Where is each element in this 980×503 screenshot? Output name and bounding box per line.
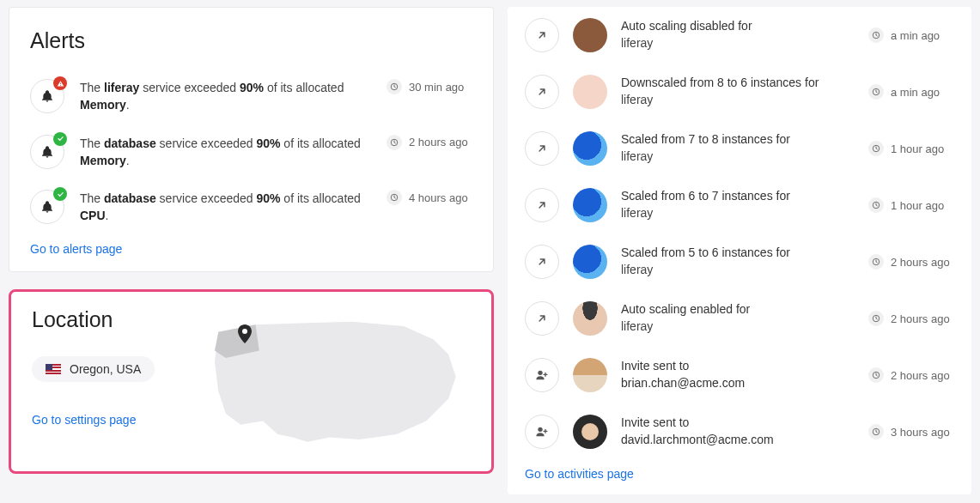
success-badge-icon [53, 132, 67, 146]
activity-row: Auto scaling disabled forliferaya min ag… [525, 7, 954, 64]
avatar [573, 18, 607, 52]
alert-time: 2 hours ago [387, 135, 472, 150]
activity-text: Auto scaling enabled forliferay [621, 301, 855, 335]
map-pin-icon [238, 324, 252, 343]
activity-row: Auto scaling enabled forliferay2 hours a… [525, 290, 954, 347]
alerts-link[interactable]: Go to alerts page [30, 242, 122, 256]
avatar [573, 188, 607, 222]
us-map [204, 307, 471, 456]
clock-icon [868, 254, 884, 270]
activity-time: 1 hour ago [868, 197, 954, 213]
alert-row: The database service exceeded 90% of its… [30, 179, 472, 235]
avatar [573, 301, 607, 336]
svg-rect-1 [60, 85, 61, 86]
bell-icon [30, 190, 64, 224]
alerts-card: Alerts The liferay service exceeded 90% … [9, 7, 494, 272]
alert-row: The database service exceeded 90% of its… [30, 124, 472, 180]
activity-row: Scaled from 5 to 6 instances forliferay2… [525, 233, 954, 290]
activity-text: Invite sent tobrian.chan@acme.com [621, 358, 855, 391]
activity-text: Scaled from 5 to 6 instances forliferay [621, 245, 855, 278]
svg-rect-0 [60, 82, 61, 84]
clock-icon [868, 311, 884, 326]
clock-icon [868, 367, 884, 383]
activity-row: Invite sent tobrian.chan@acme.com2 hours… [525, 347, 954, 403]
location-title: Location [32, 307, 186, 332]
alerts-title: Alerts [30, 28, 472, 53]
activity-time: 2 hours ago [868, 367, 954, 383]
arrow-ne-icon [525, 188, 559, 222]
alert-time: 30 min ago [387, 79, 472, 94]
bell-icon [30, 79, 64, 113]
alert-text: The liferay service exceeded 90% of its … [80, 79, 371, 114]
activity-row: Scaled from 6 to 7 instances forliferay1… [525, 177, 954, 233]
activities-panel: Auto scaling disabled forliferaya min ag… [508, 7, 971, 494]
svg-point-14 [538, 427, 542, 432]
clock-icon [868, 197, 884, 213]
activity-text: Invite sent todavid.larchmont@acme.com [621, 415, 855, 448]
alert-row: The liferay service exceeded 90% of its … [30, 69, 472, 124]
user-plus-icon [525, 358, 559, 392]
clock-icon [387, 79, 402, 94]
activity-row: Invite sent todavid.larchmont@acme.com3 … [525, 403, 954, 460]
activity-text: Downscaled from 8 to 6 instances forlife… [621, 75, 855, 108]
clock-icon [387, 135, 402, 150]
location-badge: Oregon, USA [32, 356, 155, 382]
user-plus-icon [525, 415, 559, 449]
avatar [573, 75, 607, 109]
clock-icon [868, 27, 884, 43]
alert-text: The database service exceeded 90% of its… [80, 135, 371, 170]
activity-text: Scaled from 6 to 7 instances forliferay [621, 188, 855, 221]
avatar [573, 131, 607, 166]
alert-time: 4 hours ago [387, 190, 472, 205]
avatar [573, 415, 607, 449]
activity-text: Auto scaling disabled forliferay [621, 18, 855, 52]
arrow-ne-icon [525, 18, 559, 52]
arrow-ne-icon [525, 75, 559, 109]
activity-time: a min ago [868, 84, 954, 100]
activities-link[interactable]: Go to activities page [525, 467, 634, 481]
success-badge-icon [53, 187, 67, 201]
svg-point-5 [242, 329, 247, 334]
settings-link[interactable]: Go to settings page [32, 413, 136, 427]
activity-time: 1 hour ago [868, 141, 954, 156]
location-card: Location Oregon, USA Go to settings page [9, 289, 494, 474]
arrow-ne-icon [525, 301, 559, 336]
location-label: Oregon, USA [70, 362, 141, 376]
bell-icon [30, 135, 64, 169]
activity-row: Scaled from 7 to 8 instances forliferay1… [525, 120, 954, 177]
alert-text: The database service exceeded 90% of its… [80, 190, 371, 225]
svg-point-12 [538, 371, 542, 375]
activity-time: 3 hours ago [868, 424, 954, 439]
arrow-ne-icon [525, 131, 559, 166]
activity-time: 2 hours ago [868, 254, 954, 270]
activity-time: 2 hours ago [868, 311, 954, 326]
activity-row: Downscaled from 8 to 6 instances forlife… [525, 64, 954, 120]
warning-badge-icon [53, 76, 67, 90]
activity-text: Scaled from 7 to 8 instances forliferay [621, 131, 855, 165]
avatar [573, 245, 607, 279]
us-flag-icon [46, 364, 61, 374]
clock-icon [387, 190, 402, 205]
clock-icon [868, 424, 884, 439]
clock-icon [868, 84, 884, 100]
arrow-ne-icon [525, 245, 559, 279]
activity-time: a min ago [868, 27, 954, 43]
avatar [573, 358, 607, 392]
clock-icon [868, 141, 884, 156]
